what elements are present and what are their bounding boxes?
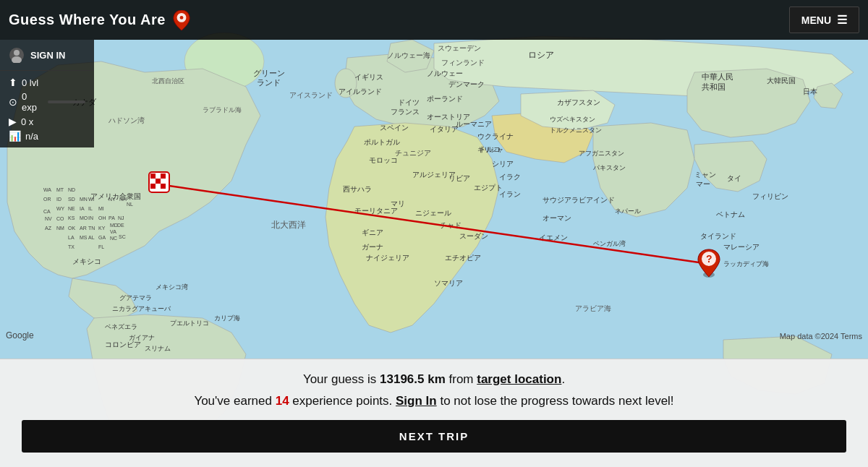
svg-text:グアテマラ: グアテマラ <box>119 294 152 301</box>
svg-text:DE: DE <box>117 223 124 228</box>
svg-text:トルクメニスタン: トルクメニスタン <box>550 127 602 134</box>
exp-icon: ⊙ <box>9 96 17 108</box>
svg-text:OK: OK <box>68 226 75 231</box>
svg-text:北大西洋: 北大西洋 <box>271 220 306 230</box>
svg-text:アイスランド: アイスランド <box>289 91 333 99</box>
svg-text:MT: MT <box>56 187 64 192</box>
svg-text:オーマン: オーマン <box>542 214 571 222</box>
svg-text:ID: ID <box>56 197 61 202</box>
svg-text:ポルトガル: ポルトガル <box>364 138 400 146</box>
svg-rect-129 <box>150 173 156 179</box>
svg-text:LA: LA <box>68 235 75 240</box>
svg-text:CA: CA <box>43 209 51 214</box>
svg-point-144 <box>14 50 20 56</box>
result-suffix: . <box>561 372 565 386</box>
svg-text:MN: MN <box>80 197 88 202</box>
svg-text:GA: GA <box>98 235 106 240</box>
menu-button[interactable]: MENU ☰ <box>789 7 859 33</box>
result-panel: Your guess is 13196.5 km from target loc… <box>0 359 868 467</box>
svg-text:スリナム: スリナム <box>145 345 171 352</box>
svg-text:KS: KS <box>68 215 75 220</box>
svg-text:ロシア: ロシア <box>528 50 554 60</box>
result-middle: from <box>446 372 477 386</box>
svg-text:SC: SC <box>119 234 126 239</box>
svg-text:イタリア: イタリア <box>430 125 459 133</box>
svg-text:フランス: フランス <box>391 108 420 116</box>
svg-rect-130 <box>156 173 161 179</box>
svg-text:スーダン: スーダン <box>459 232 488 240</box>
svg-text:ナイジェリア: ナイジェリア <box>366 254 409 262</box>
rank-stat: 📊 n/a <box>9 130 85 142</box>
svg-text:AR: AR <box>80 226 87 231</box>
svg-rect-131 <box>161 173 166 179</box>
svg-rect-132 <box>150 179 156 184</box>
svg-text:コロンビア: コロンビア <box>105 340 141 348</box>
pin-icon <box>171 10 192 30</box>
svg-text:ベネズエラ: ベネズエラ <box>105 323 137 330</box>
svg-text:イギリス: イギリス <box>354 73 383 81</box>
sign-in-button[interactable]: SIGN IN <box>0 40 94 71</box>
svg-rect-136 <box>156 184 161 189</box>
svg-text:ドイツ: ドイツ <box>398 98 420 106</box>
earned-prefix: You've earned <box>194 394 275 408</box>
svg-text:ルーマニア: ルーマニア <box>456 120 492 128</box>
svg-text:NH: NH <box>119 197 127 202</box>
distance-value: 13196.5 km <box>380 372 446 386</box>
svg-text:ニジェール: ニジェール <box>415 209 451 217</box>
svg-text:中華人民: 中華人民 <box>702 72 733 81</box>
svg-text:NE: NE <box>68 206 75 211</box>
svg-text:タイ: タイ <box>727 174 741 182</box>
target-location-link[interactable]: target location <box>477 372 561 386</box>
svg-text:ニカラグア: ニカラグア <box>112 305 145 312</box>
svg-text:IA: IA <box>80 206 85 211</box>
multiplier-icon: ▶ <box>9 116 17 127</box>
svg-text:ランド: ランド <box>257 78 281 87</box>
svg-text:スウェーデン: スウェーデン <box>438 44 481 52</box>
svg-text:タイランド: タイランド <box>700 232 736 240</box>
svg-text:ラブラドル海: ラブラドル海 <box>203 106 242 113</box>
sign-in-link[interactable]: Sign In <box>396 394 437 408</box>
level-value: 0 lvl <box>22 77 38 88</box>
map-container[interactable]: カナダ アメリカ合衆国 メキシコ コロンビア グアテマラ ニカラグア ベネズエラ… <box>0 0 868 467</box>
user-icon <box>9 47 25 63</box>
svg-rect-134 <box>161 179 166 184</box>
svg-text:フィリピン: フィリピン <box>752 192 788 200</box>
svg-text:グリーン: グリーン <box>253 69 285 77</box>
rank-icon: 📊 <box>9 130 21 142</box>
svg-text:SD: SD <box>68 197 75 202</box>
svg-text:共和国: 共和国 <box>702 82 726 91</box>
svg-text:ハドソン湾: ハドソン湾 <box>108 116 145 124</box>
svg-text:デンマーク: デンマーク <box>448 80 485 88</box>
svg-text:AZ: AZ <box>45 226 52 231</box>
svg-point-142 <box>180 16 184 20</box>
svg-text:チュニジア: チュニジア <box>395 149 431 157</box>
svg-text:カリブ海: カリブ海 <box>214 314 240 322</box>
svg-text:ラッカディブ海: ラッカディブ海 <box>723 260 769 267</box>
result-prefix: Your guess is <box>303 372 380 386</box>
svg-text:NY: NY <box>109 197 116 202</box>
next-trip-button[interactable]: NEXT TRIP <box>22 420 846 453</box>
svg-rect-133 <box>156 179 161 184</box>
svg-text:日本: 日本 <box>803 87 817 95</box>
earned-suffix: to not lose the progress towards next le… <box>437 394 674 408</box>
svg-text:スペイン: スペイン <box>380 124 409 132</box>
level-icon: ⬆ <box>9 77 17 88</box>
svg-text:エジプト: エジプト <box>474 184 503 192</box>
svg-text:エチオピア: エチオピア <box>445 254 481 262</box>
svg-text:ギニア: ギニア <box>362 228 383 236</box>
svg-text:フィンランド: フィンランド <box>441 59 485 67</box>
svg-text:NC: NC <box>110 236 117 241</box>
svg-text:リビア: リビア <box>448 174 470 182</box>
svg-text:ノルウェー海: ノルウェー海 <box>387 51 430 59</box>
logo-area: Guess Where You Are <box>9 10 192 30</box>
svg-text:マー: マー <box>696 180 710 188</box>
svg-text:WA: WA <box>43 187 51 192</box>
svg-text:OR: OR <box>43 197 51 202</box>
svg-text:ミャン: ミャン <box>694 171 716 179</box>
svg-text:ソマリア: ソマリア <box>434 279 463 287</box>
svg-rect-137 <box>161 184 166 189</box>
svg-text:CO: CO <box>56 216 64 221</box>
google-watermark: Google <box>6 330 34 340</box>
svg-text:ノルウェー: ノルウェー <box>427 69 463 77</box>
svg-text:FL: FL <box>98 244 104 249</box>
